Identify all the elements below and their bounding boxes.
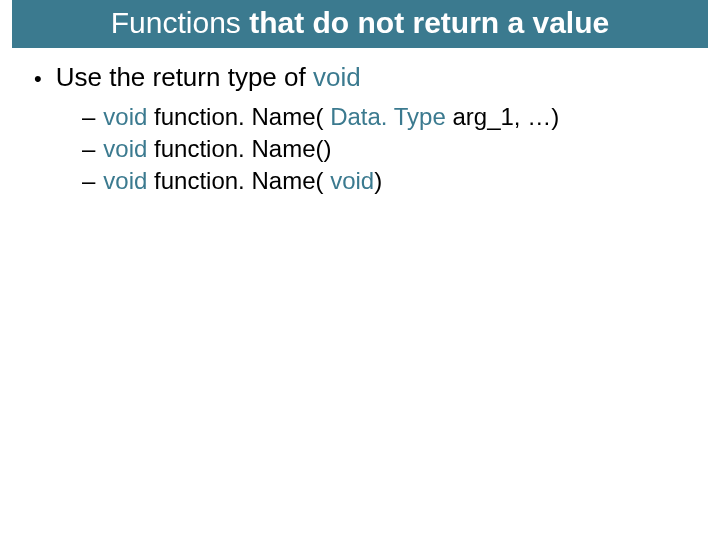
bullet-dash-icon: –	[82, 135, 95, 163]
slide: Functions that do not return a value • U…	[0, 0, 720, 540]
bullet-level1: • Use the return type of void	[34, 62, 690, 93]
bullet-dot-icon: •	[34, 68, 42, 90]
code-fragment: arg_1, …)	[446, 103, 559, 130]
bullet-level2: – void function. Name( Data. Type arg_1,…	[82, 103, 690, 131]
keyword-void: void	[103, 135, 147, 162]
code-fragment: )	[374, 167, 382, 194]
bullet-dash-icon: –	[82, 103, 95, 131]
code-fragment: function. Name(	[147, 103, 330, 130]
keyword-void: void	[103, 103, 147, 130]
title-part1: Functions	[111, 6, 249, 39]
slide-title: Functions that do not return a value	[12, 0, 708, 48]
bullet-text: void function. Name( void)	[103, 167, 382, 195]
bullet-dash-icon: –	[82, 167, 95, 195]
bullet-text: void function. Name()	[103, 135, 331, 163]
bullet-text: void function. Name( Data. Type arg_1, ……	[103, 103, 559, 131]
keyword-datatype: Data. Type	[330, 103, 446, 130]
bullet-level2: – void function. Name()	[82, 135, 690, 163]
bullet-text: Use the return type of void	[56, 62, 361, 93]
bullet-level2: – void function. Name( void)	[82, 167, 690, 195]
code-fragment: function. Name(	[147, 167, 330, 194]
keyword-void: void	[330, 167, 374, 194]
keyword-void: void	[313, 62, 361, 92]
bullet-text-pre: Use the return type of	[56, 62, 313, 92]
slide-content: • Use the return type of void – void fun…	[0, 48, 720, 195]
code-fragment: function. Name()	[147, 135, 331, 162]
keyword-void: void	[103, 167, 147, 194]
title-part2: that do not return a value	[249, 6, 609, 39]
